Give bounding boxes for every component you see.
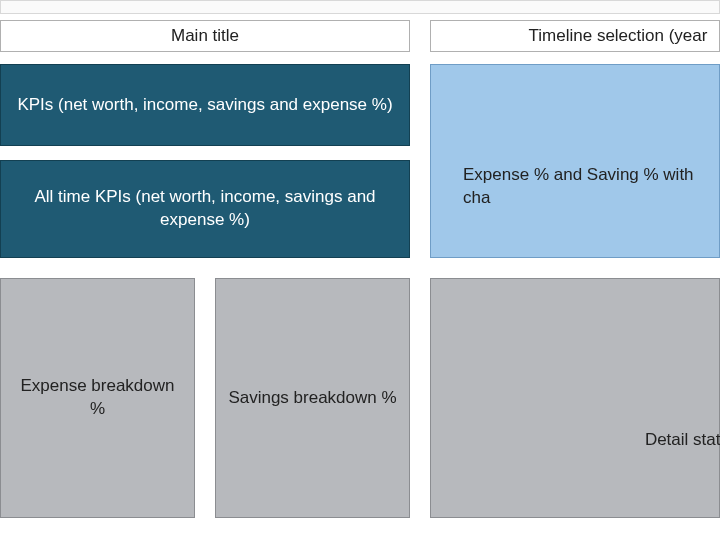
- expense-breakdown-block: Expense breakdown %: [0, 278, 195, 518]
- expense-saving-chart-label: Expense % and Saving % with cha: [463, 164, 720, 210]
- kpis-block: KPIs (net worth, income, savings and exp…: [0, 64, 410, 146]
- timeline-label: Timeline selection (year: [529, 25, 708, 48]
- detail-statement-block: Detail statemen: [430, 278, 720, 518]
- main-title-label: Main title: [171, 25, 239, 48]
- top-divider-bar: [0, 0, 720, 14]
- expense-breakdown-label: Expense breakdown %: [11, 375, 184, 421]
- wireframe-canvas: Main title Timeline selection (year KPIs…: [0, 0, 720, 540]
- kpis-label: KPIs (net worth, income, savings and exp…: [17, 94, 392, 117]
- savings-breakdown-label: Savings breakdown %: [228, 387, 396, 410]
- savings-breakdown-block: Savings breakdown %: [215, 278, 410, 518]
- detail-statement-label: Detail statemen: [645, 429, 720, 452]
- all-time-kpis-label: All time KPIs (net worth, income, saving…: [11, 186, 399, 232]
- expense-saving-chart-block: Expense % and Saving % with cha: [430, 64, 720, 258]
- main-title-block: Main title: [0, 20, 410, 52]
- timeline-selection-block: Timeline selection (year: [430, 20, 720, 52]
- all-time-kpis-block: All time KPIs (net worth, income, saving…: [0, 160, 410, 258]
